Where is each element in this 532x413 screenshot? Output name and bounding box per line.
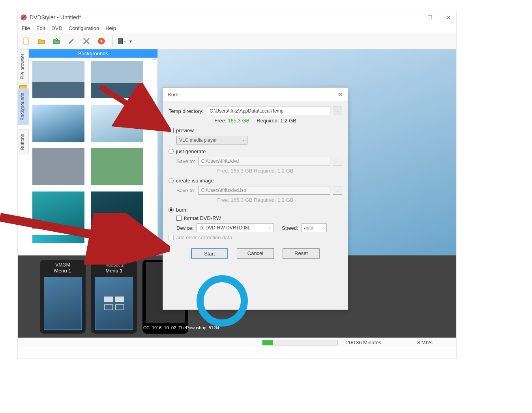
status-bitrate: 8 Mb/s bbox=[413, 338, 456, 347]
timeline-card-thumb bbox=[44, 277, 82, 330]
burn-label: burn bbox=[176, 207, 186, 213]
format-dvdrw-label: format DVD-RW bbox=[184, 215, 221, 221]
tab-buttons[interactable]: Buttons bbox=[18, 130, 29, 154]
burn-radio[interactable] bbox=[169, 207, 174, 212]
cancel-button[interactable]: Cancel bbox=[237, 248, 274, 259]
open-button[interactable] bbox=[35, 35, 48, 47]
svg-rect-8 bbox=[122, 38, 123, 44]
backgrounds-panel: Backgrounds ˄ bbox=[29, 49, 157, 255]
generate-saveto-label: Save to: bbox=[176, 158, 195, 164]
menu-dvd[interactable]: DVD bbox=[51, 25, 62, 31]
bg-thumb[interactable] bbox=[31, 190, 86, 230]
timeline-card-set: Titleset 1 bbox=[93, 262, 135, 268]
add-clip-dropdown-icon[interactable]: ▾ bbox=[129, 38, 132, 44]
reset-button[interactable]: Reset bbox=[283, 248, 320, 259]
settings-button[interactable] bbox=[80, 35, 93, 47]
iso-space: Free: 165.3 GB Required: 1.2 GB bbox=[169, 197, 342, 203]
iso-saveto-label: Save to: bbox=[176, 188, 195, 193]
temp-dir-space: Free: 165.3 GB Required: 1.2 GB bbox=[169, 118, 342, 124]
bg-thumb[interactable] bbox=[31, 147, 86, 186]
app-title: DVDStyler - Untitled* bbox=[30, 14, 81, 21]
timeline-vmgm-card[interactable]: VMGM Menu 1 bbox=[40, 260, 86, 334]
menu-help[interactable]: Help bbox=[105, 25, 116, 31]
svg-text:+: + bbox=[124, 39, 126, 45]
speed-select[interactable]: auto bbox=[302, 223, 327, 232]
just-generate-radio[interactable] bbox=[169, 149, 174, 154]
progress-segment bbox=[258, 338, 342, 347]
iso-browse-button: … bbox=[333, 186, 342, 195]
create-iso-radio[interactable] bbox=[169, 178, 174, 183]
device-label: Device: bbox=[176, 225, 193, 231]
bg-thumb[interactable] bbox=[31, 60, 86, 99]
just-generate-label: just generate bbox=[176, 148, 206, 154]
statusbar: 20/136 Minutes 8 Mb/s bbox=[18, 338, 456, 347]
menu-file[interactable]: File bbox=[22, 25, 30, 31]
backgrounds-thumbs: ˄ bbox=[29, 58, 157, 255]
generate-path-input bbox=[199, 157, 330, 165]
device-select[interactable]: D: DVD-RW DVRTD08L bbox=[197, 223, 274, 232]
temp-dir-label: Temp directory: bbox=[169, 108, 204, 114]
bg-thumb[interactable] bbox=[31, 103, 86, 143]
new-button[interactable] bbox=[20, 35, 33, 47]
tab-backgrounds[interactable]: Backgrounds bbox=[18, 88, 29, 125]
generate-browse-button: … bbox=[333, 157, 342, 165]
svg-point-3 bbox=[73, 38, 74, 40]
resize-grip-icon[interactable]: ⋰ bbox=[343, 304, 347, 309]
burn-button[interactable] bbox=[95, 35, 108, 47]
disc-usage-bar bbox=[262, 340, 338, 345]
svg-point-2 bbox=[27, 38, 29, 40]
side-tabs: File browser Backgrounds Buttons bbox=[18, 49, 29, 255]
save-button[interactable] bbox=[50, 35, 63, 47]
wizard-button[interactable] bbox=[65, 35, 78, 47]
bg-thumb[interactable] bbox=[90, 234, 144, 244]
svg-rect-7 bbox=[118, 38, 119, 44]
toolbar-separator bbox=[112, 36, 113, 47]
timeline-card-menu: Menu 1 bbox=[93, 268, 135, 274]
add-error-checkbox bbox=[169, 235, 174, 240]
bg-thumb[interactable] bbox=[90, 60, 144, 99]
timeline-card-thumb bbox=[95, 277, 133, 330]
minimize-button[interactable]: ― bbox=[406, 14, 416, 21]
toolbar: + ▾ bbox=[18, 33, 456, 49]
timeline-card-set: VMGM bbox=[41, 262, 84, 268]
temp-dir-browse-button[interactable]: … bbox=[333, 107, 342, 115]
menu-configuration[interactable]: Configuration bbox=[69, 25, 99, 31]
format-dvdrw-checkbox[interactable] bbox=[176, 216, 182, 221]
generate-space: Free: 165.3 GB Required: 1.2 GB bbox=[169, 168, 342, 174]
backgrounds-heading: Backgrounds bbox=[29, 49, 157, 58]
timeline-card-menu: Menu 1 bbox=[41, 268, 84, 274]
preview-player-select[interactable]: VLC media player bbox=[176, 136, 247, 145]
clip-name: CC_1916_10_02_ThePawnshop_512kb bbox=[142, 324, 188, 334]
add-error-label: add error correction data bbox=[176, 235, 232, 240]
preview-checkbox[interactable] bbox=[169, 128, 174, 133]
scroll-up-icon[interactable]: ˄ bbox=[154, 58, 156, 63]
status-minutes: 20/136 Minutes bbox=[342, 338, 413, 347]
tab-file-browser[interactable]: File browser bbox=[18, 49, 29, 84]
maximize-button[interactable]: ☐ bbox=[425, 14, 435, 21]
menubar: File Edit DVD Configuration Help bbox=[18, 24, 456, 33]
bg-thumb[interactable] bbox=[90, 103, 144, 143]
add-clip-button[interactable]: + bbox=[115, 35, 128, 47]
preview-label: preview bbox=[176, 128, 194, 133]
menu-edit[interactable]: Edit bbox=[36, 25, 45, 31]
bg-thumb[interactable] bbox=[31, 234, 86, 244]
dialog-title: Burn bbox=[168, 92, 178, 98]
bg-thumb[interactable] bbox=[90, 190, 144, 230]
iso-path-input bbox=[199, 186, 330, 195]
start-button[interactable]: Start bbox=[191, 248, 228, 259]
close-button[interactable]: ✕ bbox=[444, 14, 454, 21]
bg-thumb[interactable] bbox=[90, 147, 144, 186]
dialog-close-button[interactable]: ✕ bbox=[338, 91, 343, 98]
temp-dir-input[interactable] bbox=[207, 107, 330, 115]
dialog-titlebar: Burn ✕ bbox=[163, 88, 348, 102]
titlebar: DVDStyler - Untitled* ― ☐ ✕ bbox=[18, 11, 456, 24]
svg-point-5 bbox=[101, 40, 103, 42]
burn-dialog: Burn ✕ Temp directory: … Free: 165.3 GB … bbox=[163, 87, 348, 310]
speed-label: Speed: bbox=[282, 225, 298, 231]
timeline-titleset-card[interactable]: Titleset 1 Menu 1 bbox=[91, 260, 137, 334]
app-icon bbox=[20, 14, 27, 21]
create-iso-label: create iso image bbox=[176, 178, 214, 184]
